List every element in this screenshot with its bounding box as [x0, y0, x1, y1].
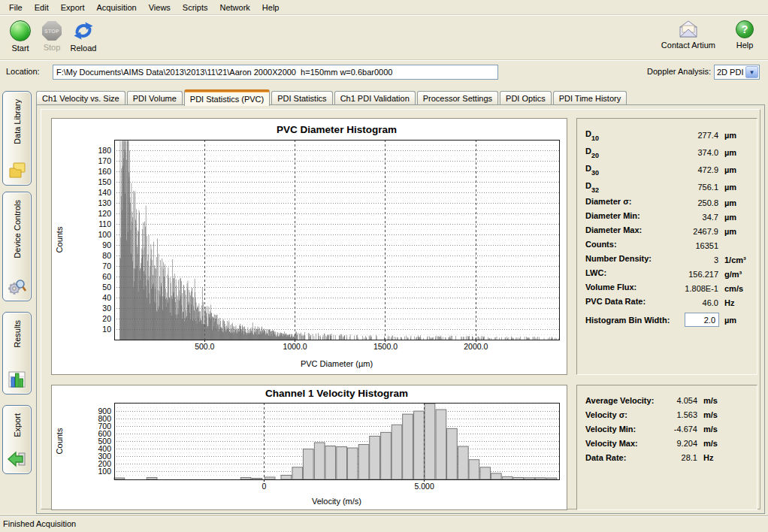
bin-width-unit: µm: [724, 316, 736, 325]
tab[interactable]: PDI Statistics: [271, 91, 332, 105]
stat-row: D30 472.9 µm: [577, 161, 757, 178]
tab-label: PDI Optics: [506, 94, 546, 103]
sidebar-item-label: Export: [13, 413, 22, 437]
tab[interactable]: Ch1 Velocity vs. Size: [36, 91, 125, 105]
tab[interactable]: PDI Volume: [127, 91, 183, 105]
velocity-histogram-chart: 10020030040050060070080090005.000Channel…: [52, 385, 567, 509]
stat-label: LWC:: [585, 268, 606, 280]
stat-unit: µm: [724, 213, 736, 222]
stat-value: 3: [714, 255, 718, 264]
tab-label: PDI Volume: [133, 94, 177, 103]
svg-text:130: 130: [98, 198, 111, 207]
svg-text:0: 0: [262, 482, 266, 491]
svg-text:50: 50: [102, 283, 111, 292]
location-bar: Location: Doppler Analysis: 2D PDI ▼: [0, 61, 768, 84]
tab[interactable]: Processor Settings: [417, 91, 498, 105]
svg-text:PVC Diameter (µm): PVC Diameter (µm): [301, 359, 373, 368]
stat-unit: m/s: [703, 439, 718, 448]
reload-button[interactable]: Reload: [68, 20, 99, 53]
doppler-analysis-select[interactable]: 2D PDI ▼: [714, 65, 760, 80]
stat-value: 16351: [695, 241, 718, 250]
sidebar: Data Library Device Controls Results: [0, 84, 35, 515]
sidebar-item-export[interactable]: Export: [2, 405, 32, 474]
tab[interactable]: PDI Time History: [553, 91, 627, 105]
gear-magnifier-icon: [7, 277, 27, 296]
sidebar-item-data-library[interactable]: Data Library: [2, 91, 32, 186]
contact-artium-label: Contact Artium: [661, 41, 715, 50]
svg-text:Channel 1 Velocity Histogram: Channel 1 Velocity Histogram: [265, 388, 408, 399]
stat-value: 472.9: [697, 165, 718, 174]
stat-label: D30: [585, 164, 599, 175]
tab-area: Ch1 Velocity vs. SizePDI VolumePDI Stati…: [35, 84, 768, 515]
svg-text:1000.0: 1000.0: [283, 342, 307, 351]
stat-unit: Hz: [724, 298, 734, 307]
stat-row: Diameter Min: 34.7 µm: [577, 210, 757, 224]
sidebar-item-label: Data Library: [13, 99, 22, 144]
tab-label: PDI Statistics (PVC): [190, 95, 264, 104]
bin-width-input[interactable]: [685, 313, 719, 327]
stop-button-label: Stop: [44, 43, 61, 52]
svg-text:180: 180: [98, 146, 111, 155]
status-text: Finished Acquisition: [3, 519, 76, 528]
menu-item[interactable]: Network: [213, 2, 255, 14]
sidebar-item-device-controls[interactable]: Device Controls: [2, 192, 32, 301]
toolbar: Start STOP Stop Reload Contact Artium: [0, 16, 768, 60]
stat-value: 34.7: [703, 213, 718, 222]
svg-text:110: 110: [98, 219, 111, 228]
stat-label: Velocity Max:: [585, 439, 638, 448]
svg-text:80: 80: [102, 251, 111, 260]
stat-label: D20: [585, 147, 599, 158]
location-input[interactable]: [53, 65, 498, 80]
svg-text:160: 160: [98, 167, 111, 176]
tab-label: PDI Statistics: [277, 94, 326, 103]
stop-icon: STOP: [42, 21, 62, 41]
bar-chart-icon: [7, 370, 27, 389]
help-icon-glyph: ?: [742, 23, 748, 35]
stat-row: Volume Flux: 1.808E-1 cm/s: [577, 281, 757, 295]
velocity-histogram-panel: 10020030040050060070080090005.000Channel…: [51, 385, 567, 510]
stat-unit: µm: [724, 198, 736, 207]
tab[interactable]: PDI Statistics (PVC): [184, 89, 270, 106]
svg-text:150: 150: [98, 177, 111, 186]
envelope-icon: [677, 20, 700, 38]
menu-item[interactable]: File: [3, 2, 29, 14]
stat-value: 9.204: [676, 439, 697, 448]
menu-item[interactable]: Edit: [29, 2, 55, 14]
stat-label: Velocity Min:: [585, 425, 636, 434]
svg-text:100: 100: [98, 230, 111, 239]
tab[interactable]: Ch1 PDI Validation: [334, 91, 416, 105]
stat-label: Diameter σ:: [585, 197, 631, 208]
svg-text:70: 70: [102, 261, 111, 271]
svg-text:20: 20: [102, 314, 111, 323]
stat-unit: µm: [724, 148, 736, 157]
svg-text:Velocity (m/s): Velocity (m/s): [312, 497, 361, 506]
stop-button[interactable]: STOP Stop: [36, 20, 68, 53]
menu-item[interactable]: Views: [143, 2, 177, 14]
menu-item[interactable]: Scripts: [177, 2, 214, 14]
reload-button-label: Reload: [71, 44, 97, 53]
stat-value: 1.808E-1: [685, 284, 718, 293]
sidebar-item-results[interactable]: Results: [2, 312, 32, 394]
stat-row: D32 756.1 µm: [577, 178, 757, 195]
bin-width-label: Histogram Bin Width:: [585, 316, 670, 325]
help-button[interactable]: ? Help: [729, 20, 760, 50]
menu-item[interactable]: Export: [55, 2, 91, 14]
menu-item[interactable]: Help: [256, 2, 286, 14]
sidebar-item-label: Results: [13, 320, 22, 348]
pvc-histogram-panel: 1020304050607080901001101201301401501601…: [51, 118, 567, 375]
velocity-stats-panel: Average Velocity: 4.054 m/s Velocity σ: …: [576, 385, 757, 510]
tab[interactable]: PDI Optics: [500, 91, 552, 105]
stat-value: 756.1: [697, 183, 718, 192]
stat-unit: µm: [724, 183, 736, 192]
svg-text:30: 30: [102, 304, 111, 313]
stat-row: D10 277.4 µm: [577, 126, 757, 144]
help-button-label: Help: [736, 41, 754, 50]
stat-unit: g/m³: [724, 270, 742, 279]
contact-artium-button[interactable]: Contact Artium: [658, 20, 718, 50]
location-label: Location:: [6, 67, 40, 76]
menu-item[interactable]: Acquisition: [91, 2, 143, 14]
stat-row: Velocity Min: -4.674 m/s: [577, 422, 757, 436]
velocity-stats-rows: Average Velocity: 4.054 m/s Velocity σ: …: [577, 393, 757, 464]
doppler-analysis-label: Doppler Analysis:: [647, 67, 711, 76]
start-button[interactable]: Start: [5, 20, 36, 53]
